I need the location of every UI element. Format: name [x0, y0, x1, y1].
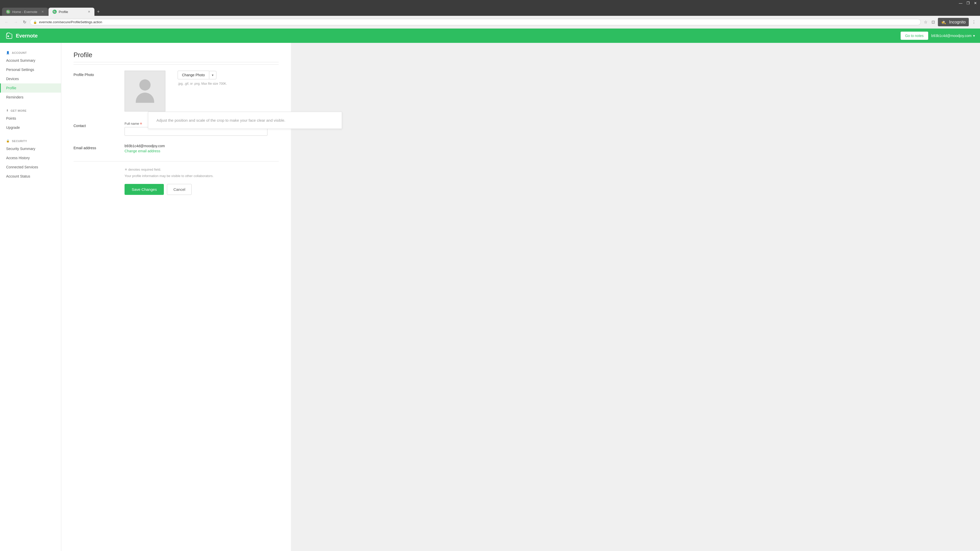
header-actions: Go to notes b93b1c4d@moodjoy.com ▾ — [900, 32, 975, 40]
avatar-placeholder — [136, 79, 154, 103]
app-logo: Evernote — [5, 32, 38, 40]
app-header: Evernote Go to notes b93b1c4d@moodjoy.co… — [0, 29, 980, 43]
account-section-label: ACCOUNT — [12, 51, 27, 54]
sidebar: 👤 ACCOUNT Account Summary Personal Setti… — [0, 43, 61, 551]
window-maximize[interactable]: ❐ — [966, 1, 970, 5]
security-summary-label: Security Summary — [6, 147, 35, 151]
change-email-link[interactable]: Change email address — [124, 149, 160, 153]
new-tab-button[interactable]: + — [95, 8, 102, 16]
tab-home-close[interactable]: ✕ — [41, 10, 44, 14]
sidebar-item-account-status[interactable]: Account Status — [0, 171, 61, 181]
tab-home[interactable]: 🐘 Home - Evernote ✕ — [2, 8, 48, 16]
sidebar-item-upgrade[interactable]: Upgrade — [0, 123, 61, 132]
window-minimize[interactable]: — — [959, 1, 963, 5]
get-more-section-icon: ⬇ — [6, 109, 9, 112]
personal-settings-label: Personal Settings — [6, 68, 34, 72]
sidebar-item-access-history[interactable]: Access History — [0, 153, 61, 162]
change-photo-main-button[interactable]: Change Photo — [178, 71, 209, 79]
user-dropdown-icon: ▾ — [973, 34, 975, 38]
email-label: Email address — [73, 144, 124, 153]
incognito-badge: 🕵 Incognito — [938, 18, 969, 26]
account-status-label: Account Status — [6, 174, 30, 178]
profile-photo-field: Change Photo ▾ .jpg, .gif, or .png. Max … — [124, 71, 279, 111]
email-section: Email address b93b1c4d@moodjoy.com Chang… — [73, 144, 279, 153]
full-name-label-text: Full name — [124, 122, 139, 125]
page-title: Profile — [73, 51, 279, 62]
upgrade-label: Upgrade — [6, 125, 20, 130]
avatar-head — [139, 79, 151, 91]
sidebar-item-connected-services[interactable]: Connected Services — [0, 162, 61, 171]
connected-services-label: Connected Services — [6, 165, 38, 169]
sidebar-item-devices[interactable]: Devices — [0, 74, 61, 83]
save-changes-button[interactable]: Save Changes — [124, 184, 164, 195]
address-bar[interactable]: 🔒 evernote.com/secure/ProfileSettings.ac… — [30, 19, 921, 25]
go-to-notes-button[interactable]: Go to notes — [900, 32, 928, 40]
evernote-logo-icon — [5, 32, 13, 40]
user-menu[interactable]: b93b1c4d@moodjoy.com ▾ — [931, 34, 975, 38]
sidebar-item-account-summary[interactable]: Account Summary — [0, 56, 61, 65]
required-star: ✳ — [140, 122, 142, 125]
sidebar-section-security: 🔒 SECURITY Security Summary Access Histo… — [0, 136, 61, 181]
profile-label: Profile — [6, 86, 16, 90]
lock-icon: 🔒 — [33, 21, 37, 24]
profile-photo-container — [124, 71, 165, 111]
crop-overlay: Adjust the position and scale of the cro… — [148, 112, 342, 129]
cancel-button[interactable]: Cancel — [167, 184, 192, 195]
extensions-icon[interactable]: ⊡ — [931, 19, 936, 25]
form-actions: Save Changes Cancel — [124, 184, 279, 195]
devices-label: Devices — [6, 77, 19, 81]
svg-point-0 — [7, 35, 9, 37]
access-history-label: Access History — [6, 156, 30, 160]
account-summary-label: Account Summary — [6, 59, 35, 62]
app-body: 👤 ACCOUNT Account Summary Personal Setti… — [0, 43, 980, 551]
profile-photo-section: Profile Photo Change Photo ▾ .jpg, . — [73, 71, 279, 111]
sidebar-item-security-summary[interactable]: Security Summary — [0, 144, 61, 153]
security-section-icon: 🔒 — [6, 139, 10, 143]
browser-menu-icon[interactable]: ⋮ — [971, 19, 977, 25]
reload-button[interactable]: ↻ — [21, 19, 28, 25]
sidebar-item-profile[interactable]: Profile — [0, 83, 61, 93]
sidebar-section-get-more: ⬇ GET MORE Points Upgrade — [0, 106, 61, 132]
points-label: Points — [6, 116, 16, 121]
content-inner: Profile Profile Photo Change Photo — [61, 43, 291, 551]
browser-action-buttons: ☆ ⊡ 🕵 Incognito ⋮ — [923, 18, 977, 26]
incognito-label: Incognito — [948, 19, 967, 25]
user-email-text: b93b1c4d@moodjoy.com — [931, 34, 972, 38]
sidebar-item-points[interactable]: Points — [0, 114, 61, 123]
tab-home-icon: 🐘 — [6, 10, 10, 14]
tab-profile-icon: 🐘 — [52, 10, 57, 14]
app-name: Evernote — [16, 33, 38, 39]
tab-home-label: Home - Evernote — [12, 10, 37, 14]
crop-overlay-message: Adjust the position and scale of the cro… — [156, 118, 285, 122]
sidebar-item-reminders[interactable]: Reminders — [0, 93, 61, 102]
browser-window: — ❐ ✕ 🐘 Home - Evernote ✕ 🐘 Profile ✕ + … — [0, 0, 980, 29]
browser-tabs-bar: 🐘 Home - Evernote ✕ 🐘 Profile ✕ + — [0, 6, 980, 16]
browser-titlebar: — ❐ ✕ — [0, 0, 980, 6]
photo-hint: .jpg, .gif, or .png. Max file size 700K. — [178, 82, 227, 86]
back-button[interactable]: ← — [3, 19, 10, 25]
incognito-icon: 🕵 — [940, 19, 947, 25]
email-field: b93b1c4d@moodjoy.com Change email addres… — [124, 144, 279, 153]
sidebar-item-personal-settings[interactable]: Personal Settings — [0, 65, 61, 74]
required-note: ✳ denotes required field. — [124, 168, 279, 171]
change-photo-btn: Change Photo ▾ — [178, 71, 227, 79]
contact-label: Contact — [73, 122, 124, 136]
get-more-section-label: GET MORE — [11, 109, 27, 112]
sidebar-section-account: 👤 ACCOUNT Account Summary Personal Setti… — [0, 48, 61, 102]
tab-profile[interactable]: 🐘 Profile ✕ — [48, 8, 94, 16]
url-text: evernote.com/secure/ProfileSettings.acti… — [39, 20, 102, 24]
main-content: Profile Profile Photo Change Photo — [61, 43, 980, 551]
sidebar-section-account-title: 👤 ACCOUNT — [0, 48, 61, 56]
sidebar-section-security-title: 🔒 SECURITY — [0, 136, 61, 144]
visibility-note: Your profile information may be visible … — [124, 174, 279, 178]
sidebar-section-get-more-title: ⬇ GET MORE — [0, 106, 61, 114]
security-section-label: SECURITY — [12, 140, 27, 143]
change-photo-dropdown-button[interactable]: ▾ — [209, 71, 216, 79]
email-address-text: b93b1c4d@moodjoy.com — [124, 144, 279, 148]
profile-photo-label: Profile Photo — [73, 71, 124, 111]
forward-button[interactable]: → — [12, 19, 19, 25]
window-close[interactable]: ✕ — [974, 1, 977, 5]
browser-toolbar: ← → ↻ 🔒 evernote.com/secure/ProfileSetti… — [0, 16, 980, 29]
bookmark-icon[interactable]: ☆ — [923, 19, 928, 25]
tab-profile-close[interactable]: ✕ — [88, 10, 90, 14]
